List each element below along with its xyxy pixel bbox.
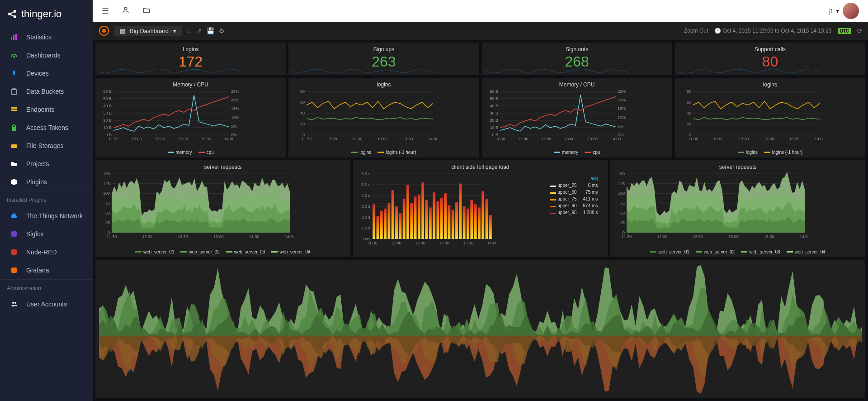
svg-text:14:00: 14:00 bbox=[487, 241, 497, 245]
refresh-icon[interactable]: ⟳ bbox=[857, 27, 863, 34]
svg-text:13:00: 13:00 bbox=[439, 241, 449, 245]
svg-text:14:00: 14:00 bbox=[285, 234, 293, 239]
svg-rect-151 bbox=[399, 213, 401, 239]
svg-rect-147 bbox=[384, 209, 387, 239]
legend-item: web_server_03 bbox=[741, 249, 780, 254]
gear-icon[interactable]: ⚙ bbox=[219, 27, 225, 34]
sidebar-item-dashboards[interactable]: Dashboards bbox=[0, 46, 93, 64]
svg-text:13:30: 13:30 bbox=[764, 234, 774, 239]
stat-panel-support-calls[interactable]: Support calls 80 bbox=[675, 43, 865, 75]
svg-rect-171 bbox=[474, 204, 476, 239]
user-menu[interactable]: jt ▾ bbox=[829, 3, 859, 19]
svg-rect-163 bbox=[444, 193, 447, 239]
sidebar-item-access-tokens[interactable]: Access Tokens bbox=[0, 119, 93, 137]
dashboard-selector[interactable]: ▦ Big Dashboard ▾ bbox=[114, 26, 182, 36]
chart-panel-page-load[interactable]: client side full page load 0 ms1.0 s2.0 … bbox=[353, 160, 608, 257]
svg-text:5%: 5% bbox=[618, 124, 623, 129]
legend-item: web_server_04 bbox=[787, 249, 826, 254]
save-icon[interactable]: 💾 bbox=[207, 27, 214, 34]
svg-rect-165 bbox=[451, 210, 454, 239]
sparkline bbox=[678, 68, 863, 74]
svg-text:15%: 15% bbox=[618, 106, 626, 111]
svg-rect-3 bbox=[11, 37, 12, 40]
stat-panel-sign-ups[interactable]: Sign ups 263 bbox=[288, 43, 479, 75]
legend: loginslogins (-1 hour) bbox=[679, 149, 862, 155]
sidebar-item-label: User Accounts bbox=[26, 301, 67, 308]
svg-text:12:30: 12:30 bbox=[541, 137, 552, 141]
grafana-logo-icon[interactable] bbox=[98, 25, 110, 37]
users-icon bbox=[10, 301, 18, 308]
svg-text:12:30: 12:30 bbox=[155, 137, 165, 141]
share-icon[interactable]: ↗ bbox=[197, 27, 202, 34]
sidebar-item-statistics[interactable]: Statistics bbox=[0, 28, 93, 46]
sidebar-item-projects[interactable]: Projects bbox=[0, 155, 93, 173]
sidebar-item-plugins[interactable]: Plugins bbox=[0, 173, 93, 191]
sidebar-item-label: Devices bbox=[26, 70, 49, 77]
chart-panel[interactable]: logins 02040608011:3012:0012:3013:0013:3… bbox=[288, 78, 479, 158]
legend: loginslogins (-1 hour) bbox=[292, 149, 475, 155]
legend-item: web_server_02 bbox=[696, 249, 735, 254]
menu-collapse-icon[interactable]: ☰ bbox=[102, 6, 109, 16]
zoom-out-button[interactable]: Zoom Out bbox=[684, 28, 708, 34]
brand-logo[interactable]: thinger.io bbox=[0, 0, 93, 28]
svg-rect-152 bbox=[402, 199, 405, 239]
chart-body: 0 ms1.0 s2.0 s3.0 s4.0 s5.0 s6.0 s11:301… bbox=[357, 172, 604, 254]
sidebar-item-node-red[interactable]: Node-RED bbox=[0, 243, 93, 261]
svg-text:40: 40 bbox=[687, 111, 691, 115]
sidebar-item-user-accounts[interactable]: User Accounts bbox=[0, 295, 93, 313]
sidebar-item-sigfox[interactable]: Sigfox bbox=[0, 225, 93, 243]
chart-panel-server-requests[interactable]: server requests 025507510012515011:3012:… bbox=[610, 160, 865, 257]
chart-panel[interactable]: Memory / CPU 0 B10 B20 B30 B40 B50 B60 B… bbox=[95, 78, 286, 158]
svg-rect-174 bbox=[485, 199, 488, 239]
sidebar-item-endpoints[interactable]: Endpoints bbox=[0, 100, 93, 119]
sidebar-item-data-buckets[interactable]: Data Buckets bbox=[0, 82, 93, 100]
svg-rect-14 bbox=[11, 267, 17, 273]
sidebar-item-label: Statistics bbox=[26, 33, 52, 41]
folder-icon[interactable] bbox=[142, 6, 151, 16]
svg-text:4.0 s: 4.0 s bbox=[361, 193, 370, 198]
sparkline bbox=[98, 68, 283, 74]
sidebar-item-grafana[interactable]: Grafana bbox=[0, 261, 93, 279]
panel-title: logins bbox=[679, 81, 862, 90]
sidebar-item-the-things-network[interactable]: The Things Network bbox=[0, 207, 93, 225]
legend: memorycpu bbox=[486, 149, 669, 155]
sidebar-item-label: Sigfox bbox=[26, 230, 44, 238]
chart-panel-server-requests[interactable]: server requests 025507510012515011:3012:… bbox=[95, 160, 350, 257]
time-range[interactable]: 🕐 Oct 4, 2015 11:29:09 to Oct 4, 2015 14… bbox=[714, 28, 831, 34]
chart-bar-icon bbox=[10, 33, 18, 41]
svg-text:12:00: 12:00 bbox=[327, 137, 337, 141]
legend-item: web_server_01 bbox=[135, 249, 174, 254]
sidebar-item-label: Access Tokens bbox=[26, 124, 68, 131]
legend-item: logins bbox=[351, 150, 371, 155]
svg-text:15%: 15% bbox=[231, 106, 239, 111]
svg-text:12:00: 12:00 bbox=[142, 234, 153, 239]
svg-text:13:00: 13:00 bbox=[178, 137, 188, 141]
svg-text:13:00: 13:00 bbox=[728, 234, 739, 239]
avatar[interactable] bbox=[843, 3, 859, 19]
chart-panel[interactable]: logins 02040608011:3012:0012:3013:0013:3… bbox=[675, 78, 865, 158]
svg-text:2.0 s: 2.0 s bbox=[361, 215, 370, 220]
legend: web_server_01web_server_02web_server_03w… bbox=[614, 248, 862, 254]
stat-panel-logins[interactable]: Logins 172 bbox=[95, 43, 286, 75]
svg-text:13:30: 13:30 bbox=[249, 234, 259, 239]
overview-chart[interactable] bbox=[95, 260, 865, 398]
sidebar-item-devices[interactable]: Devices bbox=[0, 64, 93, 82]
star-icon[interactable]: ☆ bbox=[186, 27, 192, 34]
legend-item: cpu bbox=[585, 150, 600, 155]
panel-title: Memory / CPU bbox=[486, 81, 669, 90]
sidebar-item-file-storages[interactable]: File Storages bbox=[0, 137, 93, 155]
username: jt bbox=[829, 7, 832, 14]
svg-rect-168 bbox=[462, 206, 465, 239]
stat-value: 263 bbox=[292, 54, 475, 69]
svg-rect-160 bbox=[433, 192, 435, 239]
brand-text: thinger.io bbox=[21, 8, 61, 20]
chart-panel[interactable]: Memory / CPU 0 B10 B20 B30 B40 B50 B60 B… bbox=[482, 78, 672, 158]
panel-title: Logins bbox=[99, 45, 282, 54]
stat-panel-sign-outs[interactable]: Sign outs 268 bbox=[482, 43, 672, 75]
nodered-icon bbox=[10, 248, 18, 256]
svg-text:20 B: 20 B bbox=[490, 118, 498, 123]
legend-item: memory bbox=[554, 150, 578, 155]
svg-text:75: 75 bbox=[620, 201, 625, 205]
user-icon[interactable] bbox=[122, 6, 130, 16]
svg-rect-144 bbox=[373, 204, 375, 239]
